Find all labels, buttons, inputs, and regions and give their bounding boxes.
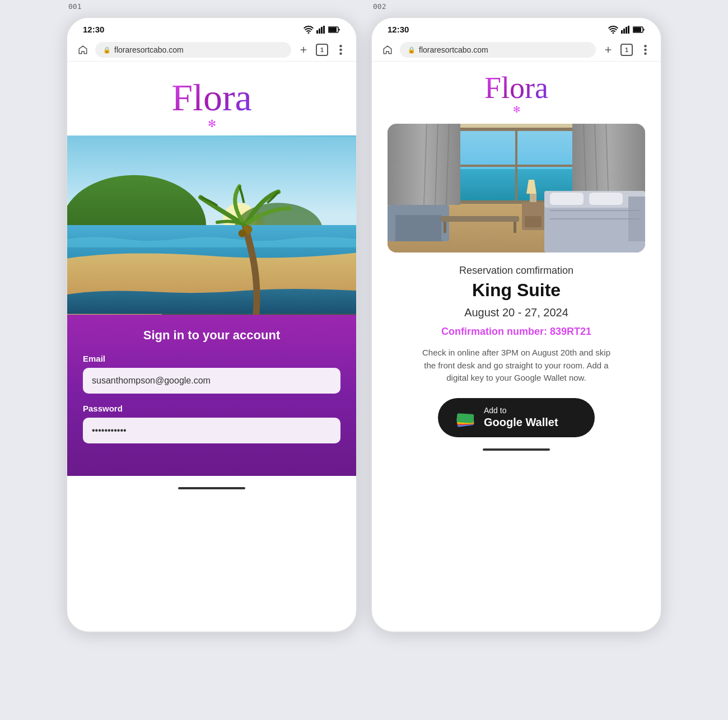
svg-rect-2: [321, 27, 323, 34]
browser-bar-1: 🔒 floraresortcabo.com 1: [67, 39, 356, 62]
wifi-icon: [304, 26, 314, 34]
wallet-text: Add to Google Wallet: [484, 406, 558, 429]
phone2: 12:30: [371, 17, 662, 633]
home-button-2[interactable]: [380, 42, 395, 58]
svg-rect-58: [388, 205, 449, 215]
wallet-name-label: Google Wallet: [484, 415, 558, 429]
email-label: Email: [83, 354, 340, 363]
password-input[interactable]: [83, 418, 340, 443]
signal-icon: [316, 26, 325, 34]
checkin-description: Check in online after 3PM on August 20th…: [421, 347, 612, 385]
svg-rect-24: [633, 27, 641, 32]
status-bar-1: 12:30: [67, 18, 356, 39]
svg-rect-1: [319, 29, 320, 34]
browser-bar-2: 🔒 floraresortcabo.com 1: [372, 39, 661, 62]
svg-point-18: [239, 230, 246, 237]
confirmation-number: Confirmation number: 839RT21: [441, 326, 591, 338]
battery-icon-2: [633, 26, 645, 33]
flora-asterisk-2: ✻: [513, 104, 520, 115]
status-bar-2: 12:30: [372, 18, 661, 39]
password-label: Password: [83, 404, 340, 413]
flora-logo-1: Flora: [171, 78, 252, 116]
svg-rect-20: [623, 29, 625, 34]
email-input[interactable]: [83, 368, 340, 394]
logo-section-2: Flora ✻: [484, 73, 548, 115]
status-icons-1: [304, 26, 340, 34]
svg-rect-55: [530, 194, 536, 202]
svg-rect-22: [628, 26, 629, 34]
svg-rect-59: [388, 205, 395, 241]
svg-rect-0: [316, 30, 318, 34]
svg-rect-21: [626, 27, 627, 34]
wallet-add-label: Add to: [484, 406, 506, 415]
sign-in-section: Sign in to your account Email Password: [67, 315, 356, 476]
svg-rect-3: [323, 26, 325, 34]
svg-point-8: [339, 45, 342, 48]
signal-icon-2: [621, 26, 630, 34]
url-bar-2[interactable]: 🔒 floraresortcabo.com: [400, 42, 596, 58]
svg-point-10: [339, 53, 342, 55]
svg-rect-68: [456, 413, 474, 423]
phone1: 12:30: [66, 17, 357, 633]
url-text-2: floraresortcabo.com: [419, 45, 488, 54]
flora-logo-2: Flora: [484, 73, 548, 103]
tab-count-2[interactable]: 1: [620, 44, 633, 56]
battery-icon: [328, 26, 340, 33]
add-to-google-wallet-button[interactable]: Add to Google Wallet: [438, 398, 595, 437]
reservation-label: Reservation comfirmation: [459, 265, 573, 277]
url-text-1: floraresortcabo.com: [114, 45, 184, 54]
home-indicator-1: [178, 487, 245, 489]
browser-actions-2: 1: [600, 42, 653, 58]
menu-button-1[interactable]: [333, 42, 348, 58]
dates: August 20 - 27, 2024: [464, 306, 568, 319]
url-bar-1[interactable]: 🔒 floraresortcabo.com: [95, 42, 291, 58]
svg-point-28: [644, 49, 647, 52]
beach-image: [67, 135, 356, 315]
wifi-icon-2: [608, 26, 618, 34]
google-wallet-icon: [454, 406, 477, 429]
svg-rect-19: [621, 30, 623, 34]
beach-illustration: [67, 135, 356, 315]
menu-button-2[interactable]: [637, 42, 653, 58]
status-time-2: 12:30: [388, 25, 409, 34]
new-tab-button-1[interactable]: [296, 42, 311, 58]
lock-icon-1: 🔒: [103, 46, 111, 54]
new-tab-button-2[interactable]: [600, 42, 616, 58]
screen2-label: 002: [373, 2, 386, 11]
svg-point-29: [644, 53, 647, 55]
lock-icon-2: 🔒: [408, 46, 416, 54]
screen1-label: 001: [68, 2, 81, 11]
room-image: [388, 124, 645, 253]
svg-point-9: [339, 49, 342, 52]
tab-count-1[interactable]: 1: [316, 44, 328, 56]
room-type: King Suite: [472, 280, 561, 301]
svg-rect-49: [550, 193, 584, 205]
svg-rect-5: [329, 27, 337, 32]
svg-rect-63: [514, 222, 516, 233]
browser-actions-1: 1: [296, 42, 348, 58]
svg-rect-61: [441, 216, 519, 222]
sign-in-title: Sign in to your account: [83, 328, 340, 343]
room-illustration: [388, 124, 645, 253]
logo-section-1: Flora ✻: [67, 62, 356, 135]
status-icons-2: [608, 26, 645, 34]
home-button-1[interactable]: [75, 42, 91, 58]
svg-point-27: [644, 45, 647, 48]
flora-asterisk-1: ✻: [208, 118, 216, 130]
phone1-page: Flora ✻: [67, 62, 356, 489]
home-indicator-2: [483, 448, 550, 451]
status-time-1: 12:30: [83, 25, 104, 34]
svg-rect-50: [589, 193, 623, 205]
svg-rect-62: [444, 222, 446, 233]
svg-rect-54: [525, 216, 542, 227]
phone2-page: Flora ✻: [372, 62, 661, 479]
